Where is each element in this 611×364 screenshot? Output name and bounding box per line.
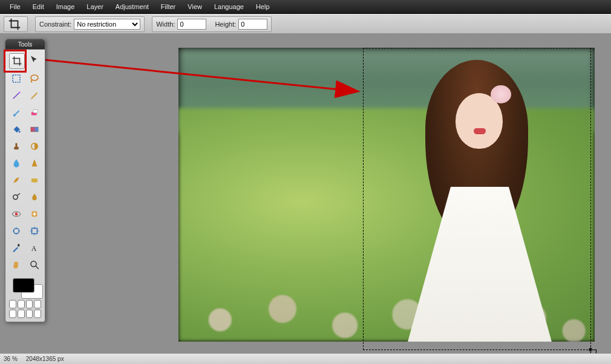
preset-swatch[interactable] xyxy=(9,300,16,308)
svg-point-2 xyxy=(19,91,21,93)
constraint-select[interactable]: No restriction xyxy=(74,19,140,30)
height-input[interactable] xyxy=(238,19,267,30)
type-tool[interactable]: A xyxy=(27,241,42,255)
preset-swatch[interactable] xyxy=(34,310,41,318)
svg-rect-20 xyxy=(18,244,19,247)
menu-filter[interactable]: Filter xyxy=(155,0,181,13)
svg-point-13 xyxy=(13,195,18,200)
width-label: Width: xyxy=(156,21,175,28)
spot-heal-tool[interactable] xyxy=(27,207,42,221)
red-eye-tool[interactable] xyxy=(9,207,24,221)
width-input[interactable] xyxy=(177,19,206,30)
crop-tool[interactable] xyxy=(9,53,25,69)
status-dimensions: 2048x1365 px xyxy=(26,356,64,362)
menu-image[interactable]: Image xyxy=(50,0,81,13)
zoom-tool[interactable] xyxy=(27,258,42,272)
svg-point-12 xyxy=(35,181,36,182)
svg-point-11 xyxy=(33,180,34,181)
svg-line-23 xyxy=(36,266,39,269)
hand-tool[interactable] xyxy=(9,258,24,272)
sharpen-tool[interactable] xyxy=(27,156,42,171)
preset-swatch[interactable] xyxy=(18,300,25,308)
dodge-tool[interactable] xyxy=(9,190,24,204)
height-label: Height: xyxy=(215,21,236,28)
svg-text:A: A xyxy=(31,244,37,253)
svg-rect-6 xyxy=(31,127,38,132)
svg-rect-8 xyxy=(16,143,18,148)
tool-grid: A xyxy=(5,50,45,276)
menu-help[interactable]: Help xyxy=(250,0,276,13)
options-tool-indicator xyxy=(4,16,28,32)
size-group: Width: Height: xyxy=(152,16,272,32)
svg-point-5 xyxy=(19,131,21,132)
smudge-tool[interactable] xyxy=(9,173,24,187)
color-replace-tool[interactable] xyxy=(27,139,42,154)
preset-swatch[interactable] xyxy=(26,310,33,318)
workspace[interactable] xyxy=(0,33,611,354)
menu-adjustment[interactable]: Adjustment xyxy=(109,0,155,13)
status-zoom: 36 % xyxy=(4,356,18,362)
options-bar: Constraint: No restriction Width: Height… xyxy=(0,14,611,34)
menu-layer[interactable]: Layer xyxy=(80,0,109,13)
color-swatches[interactable] xyxy=(9,277,41,297)
pencil-tool[interactable] xyxy=(27,88,42,103)
canvas[interactable] xyxy=(178,48,595,342)
crop-icon xyxy=(8,18,21,31)
eyedropper-tool[interactable] xyxy=(9,241,24,255)
menu-language[interactable]: Language xyxy=(208,0,250,13)
preset-swatch[interactable] xyxy=(18,310,25,318)
preset-swatch[interactable] xyxy=(9,310,16,318)
svg-rect-10 xyxy=(31,178,38,183)
constraint-label: Constraint: xyxy=(39,21,71,28)
gradient-tool[interactable] xyxy=(27,122,42,137)
svg-rect-1 xyxy=(13,75,20,82)
brush-tool[interactable] xyxy=(9,105,24,120)
marquee-tool[interactable] xyxy=(9,71,24,86)
paint-bucket-tool[interactable] xyxy=(9,122,24,137)
menu-file[interactable]: File xyxy=(4,0,27,13)
eraser-tool[interactable] xyxy=(27,105,42,120)
menu-edit[interactable]: Edit xyxy=(27,0,50,13)
menu-view[interactable]: View xyxy=(181,0,208,13)
menu-bar: File Edit Image Layer Adjustment Filter … xyxy=(0,0,611,14)
tools-panel: Tools A xyxy=(5,39,45,322)
blur-tool[interactable] xyxy=(9,156,24,171)
svg-point-16 xyxy=(15,213,18,216)
constraint-group: Constraint: No restriction xyxy=(35,16,145,32)
preset-swatch[interactable] xyxy=(26,300,33,308)
tools-panel-title: Tools xyxy=(5,39,45,50)
clone-stamp-tool[interactable] xyxy=(9,139,24,154)
burn-tool[interactable] xyxy=(27,190,42,204)
svg-line-14 xyxy=(18,193,21,195)
move-tool[interactable] xyxy=(27,53,42,68)
photo-content xyxy=(178,48,595,342)
lasso-tool[interactable] xyxy=(27,71,42,86)
svg-point-22 xyxy=(31,261,36,267)
status-bar: 36 % 2048x1365 px xyxy=(0,353,611,364)
sponge-tool[interactable] xyxy=(27,173,42,187)
preset-swatch[interactable] xyxy=(34,300,41,308)
preset-swatches xyxy=(5,300,45,322)
svg-rect-4 xyxy=(33,110,38,113)
foreground-color-swatch[interactable] xyxy=(13,278,34,293)
wand-tool[interactable] xyxy=(9,88,24,103)
pinch-tool[interactable] xyxy=(27,224,42,238)
bloat-tool[interactable] xyxy=(9,224,24,238)
